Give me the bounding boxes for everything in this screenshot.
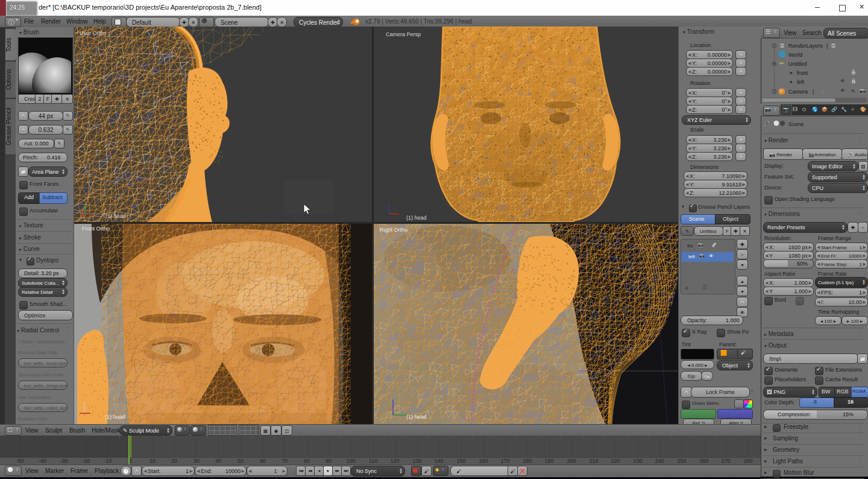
svg-text:(1) head: (1) head <box>105 414 125 420</box>
svg-text:User Ortho: User Ortho <box>80 30 106 36</box>
svg-text:(1) head: (1) head <box>406 215 427 221</box>
svg-text:(1) head: (1) head <box>406 414 427 420</box>
svg-text:Camera Persp: Camera Persp <box>386 31 421 37</box>
svg-text:(1) head: (1) head <box>105 213 126 219</box>
svg-text:Right Ortho: Right Ortho <box>380 227 407 233</box>
svg-text:Front Ortho: Front Ortho <box>82 226 110 232</box>
